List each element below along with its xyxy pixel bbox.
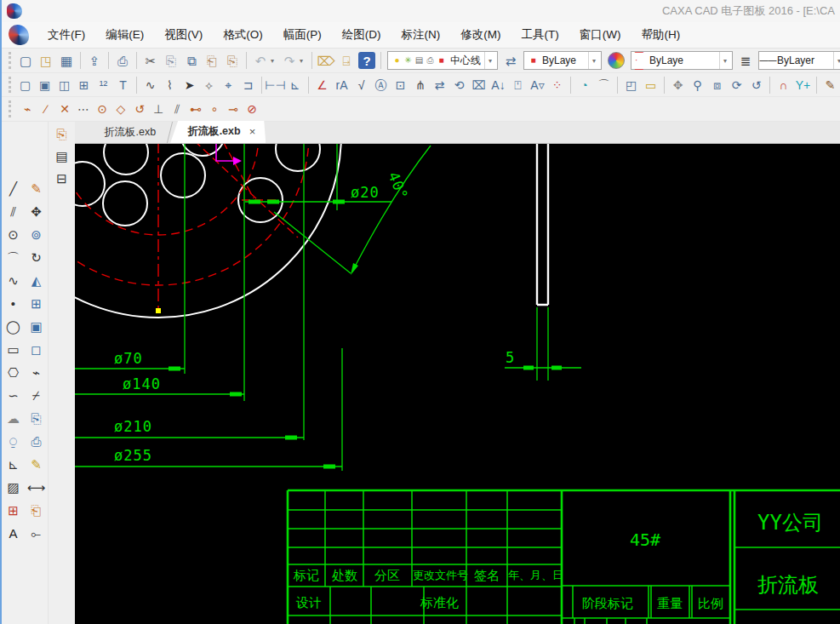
- paste-icon[interactable]: ⎗: [202, 50, 222, 71]
- help-icon[interactable]: ?: [358, 52, 375, 69]
- snap-perpendicular-icon[interactable]: ⊥: [149, 99, 168, 119]
- snap-tangent-icon[interactable]: ↺: [130, 99, 149, 119]
- arc-icon[interactable]: ⌒: [3, 247, 24, 267]
- tab-document-2[interactable]: 折流板.exb ×: [170, 121, 266, 143]
- leader-text-icon[interactable]: rA: [332, 75, 351, 95]
- zoom-window-icon[interactable]: ⧈: [707, 75, 727, 95]
- revision-cloud-icon[interactable]: ☁: [3, 408, 24, 428]
- redo-dropdown-icon[interactable]: ▾: [300, 57, 308, 65]
- circle-icon[interactable]: ⊙: [3, 224, 24, 244]
- menu-modify[interactable]: 修改(M): [450, 22, 511, 48]
- zoom-icon[interactable]: ⚲: [688, 75, 707, 95]
- title-block[interactable]: 标记 处数 分区 更改文件号 签名 年、月、日 设计 标准化 45# 阶段标记 …: [288, 490, 840, 624]
- chamfer-dim-icon[interactable]: ∠: [312, 75, 332, 95]
- insert-view-icon[interactable]: ⎘: [26, 408, 47, 428]
- linetype-manager-icon[interactable]: ≣: [735, 50, 756, 71]
- dim-t5[interactable]: 5: [506, 349, 515, 366]
- snap-quadrant-icon[interactable]: ◇: [111, 99, 130, 119]
- lineweight-combo-caret-icon[interactable]: ▾: [833, 52, 840, 69]
- text-swap-icon[interactable]: ⇄: [430, 75, 449, 95]
- move-icon[interactable]: ✥: [26, 201, 47, 221]
- datum-symbol-icon[interactable]: Ⓐ: [371, 75, 391, 95]
- shape-select-icon[interactable]: ⟡: [199, 75, 219, 95]
- paste-special-icon[interactable]: ⎘: [222, 50, 243, 71]
- zoom-previous-icon[interactable]: ↺: [746, 75, 766, 95]
- copy-icon[interactable]: ⎘: [161, 50, 181, 71]
- print-icon[interactable]: ⎙: [112, 50, 133, 71]
- menu-paper[interactable]: 幅面(P): [273, 22, 332, 48]
- tolerance-frame-icon[interactable]: ⊡: [391, 75, 410, 95]
- tab-close-icon[interactable]: ×: [248, 125, 258, 138]
- point-icon[interactable]: •: [3, 293, 24, 313]
- sketch-pencil-icon[interactable]: ✎: [26, 178, 47, 198]
- menu-file[interactable]: 文件(F): [37, 22, 95, 48]
- ellipse-icon[interactable]: ◯: [3, 316, 24, 336]
- menu-help[interactable]: 帮助(H): [631, 22, 690, 48]
- front-view[interactable]: [75, 144, 341, 318]
- surface-finish-icon[interactable]: √: [351, 75, 371, 95]
- filter-icon[interactable]: Y+: [793, 75, 813, 95]
- drawing-library-icon[interactable]: ▤: [51, 146, 73, 166]
- undo-dropdown-icon[interactable]: ▾: [271, 57, 279, 65]
- snap-center-icon[interactable]: ⊙: [93, 99, 111, 119]
- array-icon[interactable]: ⊞: [26, 293, 47, 313]
- menu-dimension[interactable]: 标注(N): [391, 22, 451, 48]
- undo-icon[interactable]: ↶: [250, 50, 271, 71]
- open-file-icon[interactable]: ◳: [36, 50, 56, 71]
- color-palette-icon[interactable]: [608, 52, 625, 69]
- layer-combo-caret-icon[interactable]: ▾: [484, 52, 495, 69]
- snap-off-icon[interactable]: ⊘: [243, 99, 261, 119]
- menu-view[interactable]: 视图(V): [154, 22, 213, 48]
- clip-box-icon[interactable]: ◻: [26, 339, 47, 359]
- frame-template-icon[interactable]: ▣: [35, 75, 54, 95]
- curve-split-icon[interactable]: ⋔: [410, 75, 430, 95]
- dimensions[interactable]: ø70 ø140 ø210 ø255 ø20 40° 5: [75, 144, 581, 471]
- text-delete-icon[interactable]: ⌧: [469, 75, 489, 95]
- snap-connect-icon[interactable]: ⊷: [186, 99, 205, 119]
- dim-d20[interactable]: ø20: [351, 184, 380, 201]
- text-underline-icon[interactable]: A▿: [528, 75, 547, 95]
- polygon-icon[interactable]: ⎔: [3, 362, 24, 382]
- view-manager-icon[interactable]: ⎙: [26, 431, 47, 451]
- pen-edit-icon[interactable]: ✎: [820, 75, 840, 95]
- block-icon[interactable]: ▣: [26, 316, 47, 336]
- menu-edit[interactable]: 编辑(E): [95, 22, 154, 48]
- table-grid-icon[interactable]: ⊞: [74, 75, 94, 95]
- menu-tools[interactable]: 工具(T): [511, 22, 569, 48]
- menu-format[interactable]: 格式(O): [213, 22, 273, 48]
- zigzag-line-icon[interactable]: ⌇: [160, 75, 180, 95]
- layer-combo[interactable]: ●✳▤⎙■ 中心线 ▾: [387, 51, 498, 70]
- lasso-select-icon[interactable]: ⟜: [26, 523, 47, 543]
- show-panel-icon[interactable]: ◰: [621, 75, 641, 95]
- dim-a40[interactable]: 40°: [385, 169, 411, 203]
- purge-icon[interactable]: ⌦: [316, 50, 336, 71]
- arrow-pointer-icon[interactable]: ➤: [180, 75, 199, 95]
- coordinate-axes-icon[interactable]: ⊾: [285, 75, 305, 95]
- snap-nearest-icon[interactable]: ⊸: [224, 99, 243, 119]
- layer-lock-icon[interactable]: ▤: [414, 53, 425, 68]
- snap-parallel-icon[interactable]: ⫽: [168, 99, 186, 119]
- parallel-line-icon[interactable]: ⫽: [3, 201, 24, 221]
- snap-node-icon[interactable]: ∘: [205, 99, 224, 119]
- pie-view-icon[interactable]: ◔: [574, 75, 594, 95]
- cut-icon[interactable]: ✂: [140, 50, 161, 71]
- cad-drawing[interactable]: ø70 ø140 ø210 ø255 ø20 40° 5 标记 处数 分区 更改…: [75, 144, 840, 624]
- zoom-dynamic-icon[interactable]: ⟳: [727, 75, 746, 95]
- sheet-insert-icon[interactable]: ⎘: [51, 123, 73, 144]
- arc-text-icon[interactable]: ⌒: [594, 75, 614, 95]
- color-combo-caret-icon[interactable]: ▾: [588, 52, 599, 69]
- text-box-icon[interactable]: ⍞: [508, 75, 528, 95]
- snap-endpoint-icon[interactable]: ⌁: [18, 99, 37, 119]
- bom-table-icon[interactable]: T: [113, 75, 133, 95]
- new-file-icon[interactable]: ▢: [15, 50, 36, 71]
- ole-object-icon[interactable]: ⍈: [336, 50, 357, 71]
- dimension-icon[interactable]: ⟷: [26, 477, 47, 497]
- rectangle-icon[interactable]: ▭: [3, 339, 24, 359]
- layer-frozen-sun-icon[interactable]: ✳: [403, 53, 414, 68]
- dim-d210[interactable]: ø210: [114, 418, 152, 435]
- trim-icon[interactable]: ⌿: [26, 385, 47, 405]
- current-color-chip-icon[interactable]: ■: [528, 53, 539, 68]
- local-axes-icon[interactable]: ⊾: [3, 454, 24, 474]
- stamp-icon[interactable]: ⍜: [3, 431, 24, 451]
- rotate-icon[interactable]: ↻: [26, 247, 47, 267]
